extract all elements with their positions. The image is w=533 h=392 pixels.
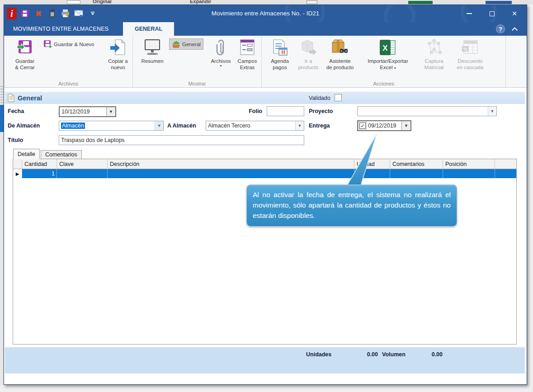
button-label: Descuento — [458, 58, 483, 64]
titulo-label: Título — [8, 137, 23, 143]
general-toggle-button[interactable]: General — [169, 38, 203, 50]
minimize-icon — [467, 13, 472, 14]
de-almacen-value: Almacén — [59, 123, 155, 129]
save-new-icon — [43, 40, 52, 48]
campos-extras-button[interactable]: Campos Extras — [234, 37, 260, 79]
importar-exportar-excel-button[interactable]: X Importar/Exportar Excel ▾ — [358, 37, 417, 79]
general-box-icon — [172, 40, 180, 48]
dropdown-arrow-icon: ▼ — [404, 123, 408, 128]
descuento-en-cascada-button: % Descuento en cascada — [451, 37, 490, 79]
fecha-value: 10/12/2019 — [60, 109, 106, 115]
column-header-clave[interactable]: Clave — [57, 159, 108, 169]
ribbon: Guardar & Cerrar Guardar & Nuevo — [4, 36, 527, 88]
cell-cantidad[interactable]: 1 — [22, 169, 57, 178]
dropdown-arrow-icon: ▼ — [491, 109, 495, 113]
row-marker-icon: ▶ — [13, 169, 22, 178]
collapse-ribbon-button[interactable] — [512, 27, 518, 33]
button-label: Captura — [425, 58, 443, 64]
cell-unidad[interactable] — [354, 169, 390, 178]
help-button[interactable]: ? — [496, 24, 505, 33]
button-label: pagos — [273, 64, 287, 71]
fecha-label: Fecha — [8, 108, 24, 114]
resumen-button[interactable]: Resumen — [137, 37, 168, 79]
fecha-datepicker[interactable]: 10/12/2019 ▼ — [59, 106, 116, 117]
cell-posicion[interactable] — [443, 169, 495, 178]
tab-general[interactable]: GENERAL — [123, 22, 174, 36]
entrega-dropdown-button[interactable]: ▼ — [401, 121, 410, 130]
entrega-checkbox[interactable]: ✓ — [359, 123, 366, 129]
button-label: nuevo — [111, 64, 125, 71]
payment-schedule-icon — [271, 37, 289, 58]
button-label: General — [182, 42, 201, 47]
button-label: Importar/Exportar — [368, 58, 408, 64]
window-controls: ✕ — [458, 5, 526, 22]
excel-icon: X — [379, 37, 397, 58]
product-assistant-icon — [330, 37, 349, 58]
proyecto-dropdown-button[interactable]: ▼ — [488, 107, 496, 116]
entrega-datepicker[interactable]: ✓ 09/12/2019 ▼ — [357, 120, 411, 131]
close-button[interactable]: ✕ — [503, 5, 526, 22]
cell-comentarios[interactable] — [390, 169, 443, 178]
ir-a-producto-button: Ir a producto — [295, 37, 321, 79]
cell-descripcion[interactable] — [108, 169, 354, 178]
agenda-pagos-button[interactable]: Agenda pagos — [264, 37, 295, 79]
column-header-cantidad[interactable]: Cantidad — [22, 159, 57, 169]
column-header-comentarios[interactable]: Comentarios — [390, 159, 443, 169]
tab-comentarios[interactable]: Comentarios — [41, 150, 82, 159]
button-label: & Cerrar — [15, 64, 34, 71]
proyecto-combobox[interactable]: ▼ — [357, 106, 497, 116]
column-header-descripcion[interactable]: Descripción — [108, 159, 354, 169]
archivos-dropdown-button[interactable]: Archivos ▾ — [208, 37, 234, 79]
dropdown-arrow-icon: ▾ — [394, 66, 396, 70]
validado-checkbox[interactable] — [335, 94, 342, 101]
dropdown-arrow-icon: ▼ — [109, 109, 113, 114]
minimize-button[interactable] — [458, 5, 481, 22]
asistente-de-producto-button[interactable]: Asistente de producto — [321, 37, 358, 79]
button-label: Ir a — [305, 58, 312, 64]
button-label: Guardar — [15, 58, 34, 64]
button-label: en cascada — [457, 64, 484, 71]
a-almacen-combobox[interactable]: Almacén Tercero ▼ — [206, 121, 304, 131]
folio-input[interactable] — [267, 106, 304, 116]
button-label: Matricial — [425, 64, 444, 71]
column-header-posicion[interactable]: Posición — [443, 159, 495, 169]
detail-tabstrip: Detalle Comentarios — [13, 149, 82, 159]
section-title: General — [18, 94, 42, 102]
background-window-strip: Original Expandir — [0, 0, 533, 5]
bg-window-fragment — [307, 0, 317, 4]
cell-clave[interactable] — [57, 169, 108, 178]
extra-fields-icon — [239, 37, 255, 58]
entrega-value: 09/12/2019 — [368, 123, 401, 129]
guardar-nuevo-button[interactable]: Guardar & Nuevo — [41, 38, 97, 50]
maximize-button[interactable] — [481, 5, 503, 22]
bg-window-fragment — [408, 1, 433, 4]
window-title: Movimiento entre Almacenes No. - ID21 — [4, 5, 527, 22]
cell-filler — [495, 169, 516, 178]
ribbon-group-acciones: Agenda pagos Ir a producto — [262, 36, 506, 87]
grid-selector-header — [13, 159, 22, 169]
save-close-icon — [17, 37, 33, 58]
table-row[interactable]: ▶ 1 — [13, 169, 516, 178]
matrix-capture-icon — [425, 37, 443, 58]
column-header-unidad[interactable]: Unidad — [354, 159, 390, 169]
maximize-icon — [490, 11, 495, 16]
tab-detalle[interactable]: Detalle — [13, 149, 40, 159]
copiar-a-nuevo-button[interactable]: Copiar a nuevo — [104, 37, 132, 79]
a-almacen-dropdown-button[interactable]: ▼ — [295, 121, 304, 130]
de-almacen-dropdown-button[interactable]: ▼ — [155, 121, 163, 130]
unidades-value: 0.00 — [351, 351, 378, 358]
fecha-dropdown-button[interactable]: ▼ — [106, 107, 115, 116]
dropdown-arrow-icon: ▾ — [220, 64, 222, 68]
ribbon-group-label: Acciones — [262, 81, 505, 86]
button-label: Archivos — [211, 58, 231, 64]
captura-matricial-button: Captura Matricial — [417, 37, 451, 79]
button-label: Agenda — [271, 58, 289, 64]
titulo-value: Traspaso dos de Laptops — [59, 137, 304, 143]
ribbon-group-archivos: Guardar & Cerrar Guardar & Nuevo — [4, 36, 133, 87]
a-almacen-value: Almacén Tercero — [206, 123, 295, 129]
button-label: Copiar a — [108, 58, 127, 64]
tab-movimiento-entre-almacenes[interactable]: MOVIMIENTO ENTRE ALMACENES — [7, 22, 115, 36]
de-almacen-combobox[interactable]: Almacén ▼ — [59, 121, 164, 131]
guardar-cerrar-button[interactable]: Guardar & Cerrar — [9, 37, 40, 79]
titulo-input[interactable]: Traspaso dos de Laptops — [59, 135, 304, 145]
